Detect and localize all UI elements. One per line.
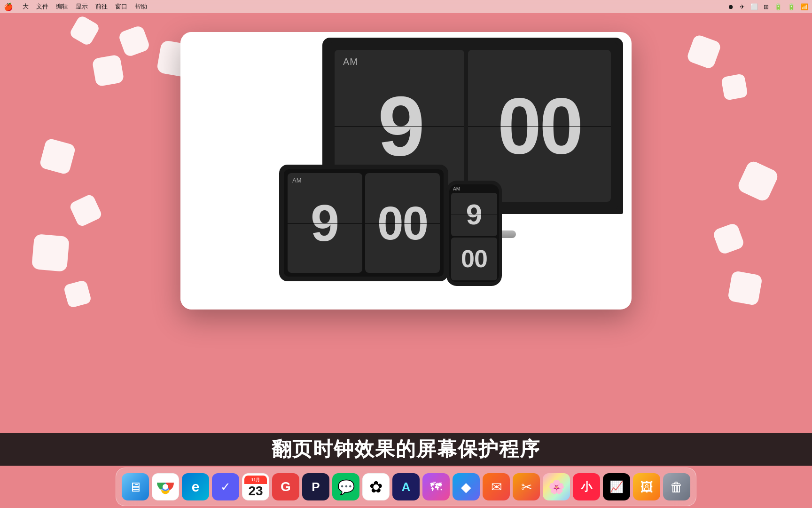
dock-icon-gorilla[interactable]: G xyxy=(272,473,299,500)
dock-icon-edge[interactable]: e xyxy=(182,473,209,500)
svg-point-2 xyxy=(163,484,168,490)
marshmallow-12 xyxy=(712,222,745,255)
marshmallow-6 xyxy=(69,193,103,228)
iphone-hour-panel: 9 xyxy=(451,193,497,236)
marshmallow-4 xyxy=(92,54,125,87)
ipad-minutes-divider xyxy=(365,223,440,224)
iphone-minutes-digit: 00 xyxy=(461,246,487,271)
dock-icon-wechat[interactable]: 💬 xyxy=(332,473,359,500)
dock-icon-copilot[interactable]: ◆ xyxy=(453,473,480,500)
menubar-left: 🍎 大 文件 编辑 显示 前往 窗口 帮助 xyxy=(4,2,147,11)
ipad-am-label: AM xyxy=(292,177,302,184)
menu-view[interactable]: 显示 xyxy=(76,2,88,11)
am-label-large: AM xyxy=(343,56,358,67)
ipad-flip-divider xyxy=(288,223,362,224)
iphone-device: AM 9 00 xyxy=(446,181,502,286)
marshmallow-5 xyxy=(39,138,77,175)
ipad-hour-panel: AM 9 xyxy=(288,173,362,273)
dock-icon-quill[interactable]: ✉ xyxy=(483,473,510,500)
dock-icon-tasks[interactable]: ✓ xyxy=(212,473,239,500)
screenshot-icon[interactable]: ⬜ xyxy=(750,3,758,10)
battery-icon[interactable]: 🔋 xyxy=(774,3,782,10)
menubar-right: ⏺ ✈ ⬜ ⊞ 🔋 🔋 📶 xyxy=(728,3,808,10)
marshmallow-9 xyxy=(686,34,722,70)
screen-record-icon[interactable]: ⏺ xyxy=(728,3,734,10)
menu-app[interactable]: 大 xyxy=(23,2,29,11)
split-view-icon[interactable]: ⊞ xyxy=(764,3,769,10)
flip-divider-minutes xyxy=(468,126,611,127)
ipad-minutes-panel: 00 xyxy=(365,173,440,273)
menubar: 🍎 大 文件 编辑 显示 前往 窗口 帮助 ⏺ ✈ ⬜ ⊞ 🔋 🔋 📶 xyxy=(0,0,812,13)
menu-help[interactable]: 帮助 xyxy=(135,2,147,11)
menu-window[interactable]: 窗口 xyxy=(115,2,127,11)
dock-icon-chrome[interactable] xyxy=(152,473,179,500)
menu-go[interactable]: 前往 xyxy=(95,2,108,11)
iphone-minutes-panel: 00 xyxy=(451,238,497,281)
wifi-icon[interactable]: 📶 xyxy=(801,3,808,10)
dock-icon-panda[interactable]: P xyxy=(302,473,329,500)
menu-file[interactable]: 文件 xyxy=(36,2,48,11)
dock-icon-affinity[interactable]: A xyxy=(392,473,420,500)
iphone-am-label: AM xyxy=(453,186,460,191)
dock-icon-photos2[interactable]: 🖼 xyxy=(633,473,660,500)
page-title: 翻页时钟效果的屏幕保护程序 xyxy=(272,436,540,462)
iphone-screen: AM 9 00 xyxy=(449,184,499,282)
menu-edit[interactable]: 编辑 xyxy=(56,2,68,11)
apple-menu-icon[interactable]: 🍎 xyxy=(4,2,13,11)
title-banner: 翻页时钟效果的屏幕保护程序 xyxy=(0,433,812,466)
marshmallow-1 xyxy=(117,24,150,57)
dock-icon-daisy[interactable]: ✿ xyxy=(362,473,390,500)
dock-icon-redbook[interactable]: 小 xyxy=(573,473,600,500)
dock-icon-calendar[interactable]: 11月 23 xyxy=(242,473,269,500)
user-label: 🔋 xyxy=(788,3,795,10)
dock-icon-photos-multi[interactable]: 🌸 xyxy=(543,473,570,500)
marshmallow-3 xyxy=(69,15,101,47)
app-preview-card: AM 9 00 🍎 xyxy=(180,32,632,310)
airdrop-icon[interactable]: ✈ xyxy=(740,3,745,10)
main-card: AM 9 00 🍎 xyxy=(180,23,632,300)
dock-icon-stocks[interactable]: 📈 xyxy=(603,473,630,500)
marshmallow-8 xyxy=(63,279,92,308)
dock-icon-mindmap[interactable]: 🗺 xyxy=(422,473,450,500)
minutes-panel: 00 xyxy=(468,50,611,202)
marshmallow-11 xyxy=(736,159,780,203)
iphone-flip-divider xyxy=(451,214,497,215)
marshmallow-7 xyxy=(31,234,70,272)
marshmallow-13 xyxy=(727,270,763,306)
ipad-screen: AM 9 00 xyxy=(284,169,444,277)
dock-icon-finder[interactable]: 🖥 xyxy=(122,473,149,500)
dock-icon-scissors[interactable]: ✂ xyxy=(513,473,540,500)
dock-icon-trash[interactable]: 🗑 xyxy=(663,473,690,500)
ipad-device: AM 9 00 xyxy=(279,165,448,281)
flip-divider-large xyxy=(335,126,464,127)
dock: 🖥 e ✓ 11月 23 G P 💬 ✿ xyxy=(116,468,696,506)
marshmallow-10 xyxy=(721,73,748,101)
